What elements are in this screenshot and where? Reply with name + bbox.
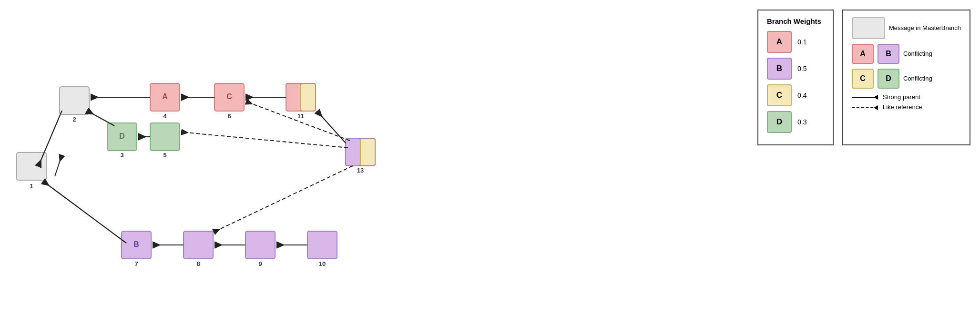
conflicting1-text: Conflicting xyxy=(903,50,932,58)
node-8 xyxy=(184,231,213,259)
legend-row-B: B 0.5 xyxy=(767,58,824,80)
arrow-2-1 xyxy=(55,155,62,176)
legend-swatch-A: A xyxy=(852,44,874,64)
arrow-13-8-dashed xyxy=(214,166,353,232)
node-10-label: 10 xyxy=(319,260,326,267)
legend-conflicting2-row: C D Conflicting xyxy=(852,69,961,89)
node-7-branch-label: B xyxy=(133,240,139,248)
node-2-label: 2 xyxy=(72,116,76,123)
arrow-3-2 xyxy=(87,111,114,126)
weight-C: 0.4 xyxy=(797,92,806,99)
node-6-label: 6 xyxy=(227,112,231,120)
legend-row-D: D 0.3 xyxy=(767,111,824,133)
node-6-branch-label: C xyxy=(226,92,232,101)
node-3-branch-label: D xyxy=(119,132,125,140)
like-reference-label: Like reference xyxy=(883,103,922,111)
weight-D: 0.3 xyxy=(797,118,806,126)
node-7-label: 7 xyxy=(134,260,138,267)
branch-weights-legend: Branch Weights A 0.1 B 0.5 C 0.4 D 0.3 xyxy=(757,10,834,145)
arrow-13-11 xyxy=(317,111,346,143)
legend-master-text: Message in MasterBranch xyxy=(889,24,961,32)
diagram-area: 1 2 D 3 A 4 5 C 6 B 7 8 9 10 xyxy=(0,0,572,326)
like-reference-icon xyxy=(852,107,878,108)
legend-master-row: Message in MasterBranch xyxy=(852,17,961,39)
node-9-label: 9 xyxy=(258,260,262,267)
node-8-label: 8 xyxy=(196,260,200,267)
node-13-right xyxy=(360,138,375,166)
arrow-13-5-dashed xyxy=(181,132,348,148)
node-4-label: 4 xyxy=(163,112,167,120)
strong-parent-label: Strong parent xyxy=(883,93,920,101)
node-10 xyxy=(307,231,337,259)
swatch-D: D xyxy=(767,111,792,133)
legend-swatch-C: C xyxy=(852,69,874,89)
node-11-right xyxy=(301,83,316,111)
node-5-label: 5 xyxy=(163,152,166,159)
legend-strong-parent-row: Strong parent xyxy=(852,93,961,101)
node-11-label: 11 xyxy=(297,112,304,120)
legend-swatch-B: B xyxy=(878,44,899,64)
legend-conflicting1-row: A B Conflicting xyxy=(852,44,961,64)
node-3-label: 3 xyxy=(120,152,123,159)
node-1 xyxy=(17,153,46,180)
swatch-C: C xyxy=(767,84,792,106)
node-11-left xyxy=(286,83,301,111)
node-13-left xyxy=(346,138,360,166)
weight-B: 0.5 xyxy=(797,65,806,72)
node-2 xyxy=(60,87,89,114)
node-4-branch-label: A xyxy=(162,92,168,101)
legend-area: Branch Weights A 0.1 B 0.5 C 0.4 D 0.3 M… xyxy=(757,10,970,145)
legend-swatch-D: D xyxy=(878,69,899,89)
node-13-label: 13 xyxy=(357,167,364,174)
arrow-2-1 xyxy=(38,111,62,167)
strong-parent-icon xyxy=(852,97,878,98)
swatch-A: A xyxy=(767,31,792,53)
weight-A: 0.1 xyxy=(797,38,806,46)
conflicting2-text: Conflicting xyxy=(903,75,932,83)
node-5 xyxy=(150,123,180,151)
legend-row-A: A 0.1 xyxy=(767,31,824,53)
diagram-svg: 1 2 D 3 A 4 5 C 6 B 7 8 9 10 xyxy=(0,0,572,326)
message-legend: Message in MasterBranch A B Conflicting … xyxy=(842,10,970,145)
legend-master-swatch xyxy=(852,17,885,39)
legend-row-C: C 0.4 xyxy=(767,84,824,106)
node-1-label: 1 xyxy=(30,183,33,190)
branch-weights-title: Branch Weights xyxy=(767,17,824,25)
swatch-B: B xyxy=(767,58,792,80)
node-9 xyxy=(245,231,275,259)
arrow-7-1 xyxy=(43,181,126,243)
legend-like-reference-row: Like reference xyxy=(852,103,961,111)
